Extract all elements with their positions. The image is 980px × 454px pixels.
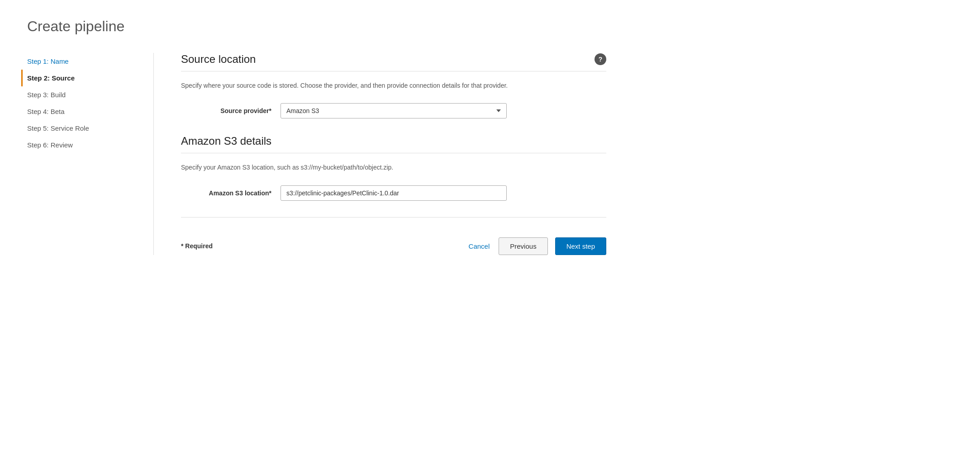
cancel-button[interactable]: Cancel xyxy=(467,239,492,254)
amazon-s3-description: Specify your Amazon S3 location, such as… xyxy=(181,162,606,172)
next-step-button[interactable]: Next step xyxy=(555,237,606,255)
sidebar-item-step5[interactable]: Step 5: Service Role xyxy=(27,120,135,137)
sidebar-item-step3[interactable]: Step 3: Build xyxy=(27,86,135,103)
source-provider-select[interactable]: Amazon S3 GitHub Bitbucket AWS CodeCommi… xyxy=(281,103,507,118)
footer: * Required Cancel Previous Next step xyxy=(181,234,606,255)
source-location-description: Specify where your source code is stored… xyxy=(181,80,606,90)
sidebar-item-step2[interactable]: Step 2: Source xyxy=(21,70,135,86)
footer-actions: Cancel Previous Next step xyxy=(467,237,606,255)
main-content: Source location ? Specify where your sou… xyxy=(154,53,606,255)
sidebar: Step 1: Name Step 2: Source Step 3: Buil… xyxy=(27,53,154,255)
source-provider-control: Amazon S3 GitHub Bitbucket AWS CodeCommi… xyxy=(281,103,507,118)
amazon-s3-title: Amazon S3 details xyxy=(181,135,271,147)
sidebar-item-step1[interactable]: Step 1: Name xyxy=(27,53,135,70)
s3-location-control xyxy=(281,185,507,201)
source-location-section: Source location ? Specify where your sou… xyxy=(181,53,606,118)
source-provider-label: Source provider* xyxy=(181,107,281,114)
previous-button[interactable]: Previous xyxy=(499,237,547,255)
s3-location-label: Amazon S3 location* xyxy=(181,189,281,197)
s3-location-input[interactable] xyxy=(281,185,507,201)
source-provider-row: Source provider* Amazon S3 GitHub Bitbuc… xyxy=(181,103,606,118)
section-divider xyxy=(181,217,606,218)
amazon-s3-section: Amazon S3 details Specify your Amazon S3… xyxy=(181,135,606,200)
source-location-title: Source location xyxy=(181,53,256,66)
required-note: * Required xyxy=(181,242,467,250)
sidebar-item-step6[interactable]: Step 6: Review xyxy=(27,137,135,153)
sidebar-item-step4[interactable]: Step 4: Beta xyxy=(27,103,135,120)
page-title: Create pipeline xyxy=(27,18,953,35)
s3-location-row: Amazon S3 location* xyxy=(181,185,606,201)
help-icon[interactable]: ? xyxy=(595,53,606,65)
